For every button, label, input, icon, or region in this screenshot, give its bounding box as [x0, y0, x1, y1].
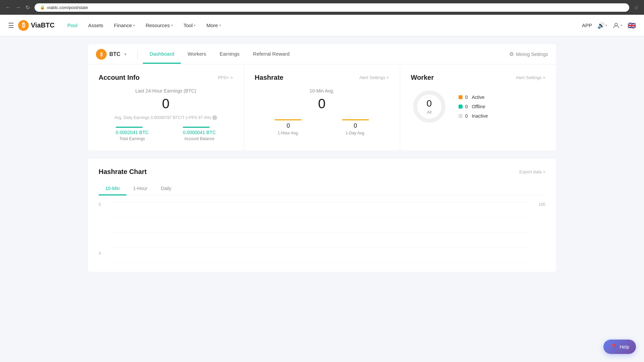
finance-chevron: ▾	[133, 23, 135, 27]
worker-alert-link[interactable]: Alert Settings >	[516, 75, 545, 80]
user-chevron: ▾	[621, 23, 622, 27]
top-navbar: ☰ ₿ ViaBTC Pool Assets Finance ▾ Resourc…	[0, 15, 644, 36]
nav-links: Pool Assets Finance ▾ Resources ▾ Tool ▾…	[63, 20, 582, 31]
total-earnings-bar	[116, 127, 143, 128]
account-info-header: Account Info PPS+ >	[99, 74, 233, 81]
hashrate-1hour-value: 0	[275, 122, 302, 129]
hashrate-avg-label: 10-Min Avg.	[255, 88, 389, 94]
chart-title: Hashrate Chart	[99, 168, 147, 176]
chart-tab-1hour[interactable]: 1-Hour	[126, 182, 154, 195]
browser-navigation: ← → ↻	[4, 3, 31, 12]
chart-tabs: 10-Min 1-Hour Daily	[99, 182, 545, 195]
tool-chevron: ▾	[194, 23, 196, 27]
hashrate-card: Hashrate Alert Settings > 10-Min Avg. 0 …	[244, 64, 400, 150]
grid-line-75	[109, 247, 532, 248]
mining-settings-button[interactable]: ⚙ Mining Settings	[509, 51, 548, 57]
chart-y-axis-right: 100	[539, 202, 545, 262]
hashrate-alert-link[interactable]: Alert Settings >	[359, 75, 389, 80]
offline-dot	[459, 105, 463, 109]
grid-line-50	[109, 232, 532, 233]
nav-finance[interactable]: Finance ▾	[109, 20, 140, 31]
active-dot	[459, 95, 463, 99]
main-content: ₿ BTC ▾ Dashboard Workers Earnings Refer…	[77, 36, 567, 280]
total-earnings-item: 0.0002041 BTC Total Earnings	[116, 127, 149, 141]
tab-workers[interactable]: Workers	[181, 45, 213, 64]
chart-grid	[109, 202, 532, 262]
sub-header: ₿ BTC ▾ Dashboard Workers Earnings Refer…	[88, 44, 556, 64]
worker-header: Worker Alert Settings >	[411, 74, 545, 81]
hashrate-1hour-label: 1-Hour Avg.	[275, 131, 302, 135]
back-button[interactable]: ←	[4, 3, 12, 12]
worker-donut: 0 All	[411, 88, 448, 125]
chart-y-axis-left: 5 4	[99, 202, 101, 262]
lock-icon: 🔒	[40, 5, 45, 10]
cards-row: Account Info PPS+ > Last 24-Hour Earning…	[88, 64, 556, 150]
nav-right: APP 🔊 ▾ ▾ 🇬🇧	[582, 21, 636, 29]
inactive-dot	[459, 114, 463, 118]
account-balance-item: 0.0000041 BTC Account Balance	[183, 127, 216, 141]
tab-earnings[interactable]: Earnings	[213, 45, 246, 64]
info-icon[interactable]: i	[212, 115, 217, 120]
active-count: 0	[465, 95, 468, 100]
tab-referral[interactable]: Referral Reward	[246, 45, 296, 64]
hashrate-details: 0 1-Hour Avg. 0 1-Day Avg.	[255, 119, 389, 135]
hamburger-icon[interactable]: ☰	[8, 21, 14, 29]
language-flag[interactable]: 🇬🇧	[628, 21, 636, 29]
address-bar[interactable]: 🔒 viabtc.com/pool/state	[35, 3, 629, 12]
legend-active: 0 Active	[459, 95, 488, 100]
nav-pool[interactable]: Pool	[63, 20, 82, 31]
hashrate-1day-value: 0	[342, 122, 369, 129]
bookmark-button[interactable]: ☆	[633, 3, 640, 12]
total-earnings-amount: 0.0002041 BTC	[116, 130, 149, 135]
chart-area: 5 4 100	[99, 202, 545, 262]
sound-button[interactable]: 🔊 ▾	[597, 22, 607, 29]
y-left-4: 4	[99, 251, 101, 256]
export-button[interactable]: Export data >	[519, 169, 545, 174]
chart-tab-10min[interactable]: 10-Min	[99, 182, 126, 195]
legend-offline: 0 Offline	[459, 104, 488, 109]
tab-dashboard[interactable]: Dashboard	[143, 45, 181, 64]
worker-legend: 0 Active 0 Offline 0 Inactive	[459, 95, 488, 119]
browser-chrome: ← → ↻ 🔒 viabtc.com/pool/state ☆	[0, 0, 644, 15]
y-left-5: 5	[99, 202, 101, 207]
user-button[interactable]: ▾	[612, 22, 622, 29]
earnings-value: 0	[99, 96, 233, 111]
nav-tool[interactable]: Tool ▾	[179, 20, 201, 31]
coin-name: BTC	[109, 51, 120, 57]
account-info-card: Account Info PPS+ > Last 24-Hour Earning…	[88, 64, 244, 150]
hashrate-1hour-bar	[275, 119, 302, 120]
pps-link[interactable]: PPS+ >	[218, 75, 233, 80]
logo[interactable]: ₿ ViaBTC	[18, 20, 55, 31]
coin-chevron: ▾	[124, 52, 126, 57]
app-link[interactable]: APP	[582, 22, 592, 28]
donut-label: All	[427, 110, 431, 115]
sound-chevron: ▾	[605, 23, 607, 27]
account-balance-bar	[183, 127, 210, 128]
y-right-100: 100	[539, 202, 545, 207]
vertical-divider	[137, 50, 138, 59]
forward-button[interactable]: →	[14, 3, 22, 12]
btc-icon: ₿	[96, 49, 107, 60]
gear-icon: ⚙	[509, 51, 514, 57]
earnings-label: Last 24-Hour Earnings (BTC)	[99, 88, 233, 94]
nav-assets[interactable]: Assets	[84, 20, 108, 31]
logo-icon: ₿	[18, 20, 29, 31]
worker-content: 0 All 0 Active 0 Offline	[411, 88, 545, 125]
inactive-count: 0	[465, 113, 468, 119]
worker-title: Worker	[411, 74, 434, 81]
reload-button[interactable]: ↻	[24, 3, 31, 12]
nav-more[interactable]: More ▾	[202, 20, 225, 31]
hashrate-1day-label: 1-Day Avg.	[342, 131, 369, 135]
nav-resources[interactable]: Resources ▾	[141, 20, 177, 31]
total-earnings-label: Total Earnings	[116, 136, 149, 141]
donut-total: 0	[427, 98, 432, 109]
hashrate-1day-bar	[342, 119, 369, 120]
svg-point-2	[615, 23, 618, 26]
coin-selector[interactable]: ₿ BTC ▾	[96, 49, 126, 60]
grid-line-top	[109, 202, 532, 202]
grid-line-bottom	[109, 262, 532, 263]
worker-card: Worker Alert Settings > 0 All 0	[400, 64, 556, 150]
active-label: Active	[472, 95, 484, 100]
hashrate-avg-value: 0	[255, 96, 389, 111]
chart-tab-daily[interactable]: Daily	[154, 182, 178, 195]
